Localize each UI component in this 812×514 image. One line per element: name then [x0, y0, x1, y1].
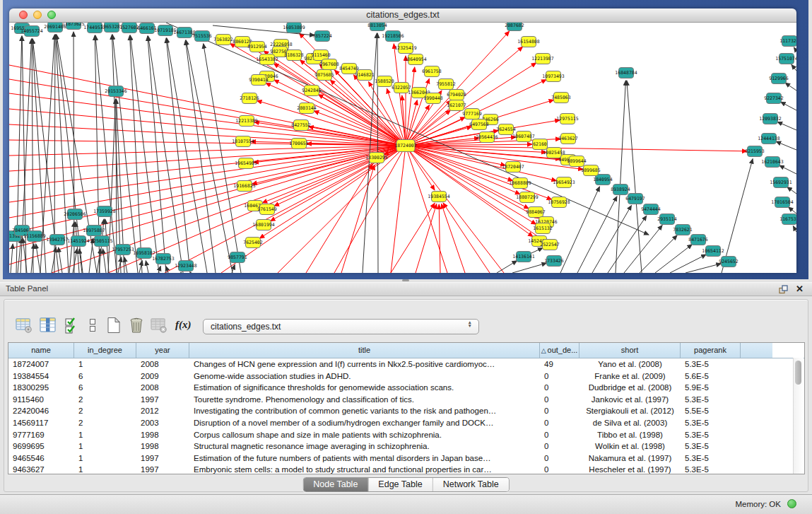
table-cell[interactable]: 5.6E-5 [681, 370, 741, 382]
graph-node[interactable]: 8938924 [611, 185, 630, 195]
graph-node[interactable]: 8427552 [291, 120, 310, 131]
graph-node[interactable]: 20153346 [105, 86, 126, 97]
graph-node[interactable]: 15751074 [775, 54, 796, 64]
column-header-name[interactable]: name [8, 343, 74, 358]
graph-node[interactable]: 62160 [533, 139, 548, 150]
table-cell[interactable]: Investigating the contribution of common… [189, 405, 540, 417]
graph-node[interactable]: 9129966 [769, 74, 788, 84]
table-cell[interactable]: 6 [74, 382, 136, 394]
table-selector-dropdown[interactable]: citations_edges.txt ▲▼ [203, 319, 479, 334]
table-cell[interactable]: 14569117 [8, 417, 74, 429]
table-cell[interactable]: Nakamura et al. (1997) [579, 452, 681, 465]
network-graph-canvas[interactable]: 1695572114055724206914061187362517449532… [9, 23, 796, 273]
table-cell[interactable]: Changes of HCN gene expression and I(f) … [189, 358, 540, 370]
table-cell[interactable]: 19384554 [8, 370, 74, 382]
table-cell[interactable]: 0 [540, 370, 579, 382]
graph-node[interactable]: 6794028 [447, 90, 466, 100]
graph-node[interactable]: 2087682 [505, 23, 524, 31]
table-cell[interactable]: Genome-wide association studies in ADHD. [189, 370, 540, 382]
graph-node[interactable]: 7485063 [551, 93, 570, 103]
table-row[interactable]: 911546021997Tourette syndrome. Phenomeno… [8, 394, 804, 406]
graph-node[interactable]: 15692931 [770, 177, 792, 188]
table-cell[interactable]: 1 [74, 358, 136, 370]
graph-node[interactable]: 17957253 [112, 245, 134, 255]
new-table-icon[interactable] [105, 317, 122, 334]
graph-node[interactable]: 10975887 [83, 226, 105, 236]
graph-node[interactable]: 13942757 [46, 235, 68, 245]
table-cell[interactable]: 1 [74, 452, 136, 465]
table-cell[interactable]: 1998 [136, 440, 189, 452]
graph-node[interactable]: 19384554 [428, 192, 449, 202]
column-header-year[interactable]: year [136, 343, 189, 358]
graph-node[interactable]: 9884067 [526, 207, 545, 218]
graph-node[interactable]: 16782753 [152, 254, 174, 264]
graph-node[interactable]: 2967608 [319, 59, 339, 70]
close-panel-icon[interactable]: ✕ [796, 283, 804, 296]
graph-node[interactable]: 8813054 [367, 23, 387, 31]
graph-node[interactable]: 16848784 [615, 68, 637, 78]
vertical-scrollbar[interactable] [793, 358, 804, 474]
memory-ok-indicator[interactable] [787, 499, 796, 508]
graph-node[interactable]: 1733426 [544, 256, 563, 267]
row-height-icon[interactable] [84, 317, 101, 334]
table-cell[interactable]: 5.3E-5 [681, 394, 741, 406]
table-cell[interactable]: Stergiakouli et al. (2012) [579, 405, 681, 417]
column-visibility-icon[interactable] [40, 317, 57, 334]
table-cell[interactable]: 1998 [136, 429, 189, 441]
graph-node[interactable]: 9899685 [581, 165, 600, 176]
graph-node[interactable]: 1700651 [289, 139, 308, 149]
function-builder-icon[interactable]: f(x) [175, 319, 192, 331]
table-cell[interactable]: 2003 [136, 417, 189, 429]
graph-node[interactable]: 12923448 [175, 261, 196, 271]
graph-node[interactable]: 8215953 [745, 146, 764, 157]
table-cell[interactable]: 9115460 [8, 394, 74, 406]
graph-node[interactable]: 2935114 [657, 214, 676, 225]
graph-node[interactable]: 16801994 [252, 220, 274, 230]
graph-node[interactable]: 2803144 [297, 103, 316, 114]
table-cell[interactable]: Yano et al. (2008) [579, 358, 681, 370]
graph-node[interactable]: 8471676 [688, 235, 707, 245]
graph-node[interactable]: 12213389 [235, 116, 257, 127]
table-cell[interactable]: 1 [74, 440, 136, 452]
graph-node[interactable]: 9463627 [558, 134, 577, 144]
table-cell[interactable]: 9777169 [8, 429, 74, 441]
graph-node[interactable]: 16154808 [517, 37, 539, 47]
float-panel-icon[interactable] [779, 285, 788, 294]
graph-node[interactable]: 9875685 [314, 70, 334, 81]
graph-node[interactable]: 17359928 [93, 206, 115, 217]
graph-node[interactable]: 6961758 [422, 66, 441, 77]
table-cell[interactable]: Structural magnetic resonance image aver… [189, 440, 540, 452]
graph-node[interactable]: 9857791 [228, 252, 247, 263]
table-cell[interactable]: Jankovic et al. (1997) [579, 394, 681, 406]
table-cell[interactable]: 2012 [136, 405, 189, 417]
graph-node[interactable]: 12325419 [394, 43, 416, 54]
table-cell[interactable]: 0 [540, 464, 579, 474]
table-cell[interactable]: 0 [540, 452, 579, 465]
graph-node[interactable]: 9390414 [249, 75, 268, 86]
table-row[interactable]: 1456911722003Disruption of a novel membe… [8, 417, 804, 429]
graph-node[interactable]: 9245652 [719, 257, 738, 267]
graph-node[interactable]: 20206506 [64, 209, 86, 220]
table-row[interactable]: 946362711997Embryonic stem cells: a mode… [8, 464, 804, 474]
table-cell[interactable]: 9699695 [8, 440, 74, 452]
column-header-pagerank[interactable]: pagerank [681, 343, 741, 358]
table-cell[interactable]: 0 [540, 405, 579, 417]
table-row[interactable]: 1872400712008Changes of HCN gene express… [8, 358, 804, 370]
table-cell[interactable]: 0 [540, 429, 579, 441]
graph-node[interactable]: 7832621 [673, 225, 692, 235]
tab-node-table[interactable]: Node Table [303, 478, 368, 491]
table-cell[interactable]: 49 [540, 358, 579, 370]
graph-node[interactable]: 9146821 [355, 70, 374, 81]
table-cell[interactable]: 22420046 [8, 405, 74, 417]
table-cell[interactable]: Corpus callosum shape and size in male p… [189, 429, 540, 441]
graph-node[interactable]: 8912954 [247, 42, 266, 52]
graph-node[interactable]: 2718126 [240, 93, 259, 104]
graph-node[interactable]: 1527602 [119, 23, 139, 33]
table-row[interactable]: 1938455462009Genome-wide association stu… [8, 370, 804, 382]
table-cell[interactable]: 0 [540, 382, 579, 394]
table-cell[interactable]: 5.3E-5 [681, 417, 741, 429]
graph-node[interactable]: 1621077 [447, 100, 466, 111]
graph-node[interactable]: 1990448 [423, 93, 442, 104]
graph-node[interactable]: 7515536 [192, 31, 211, 42]
graph-node[interactable]: 7857224 [312, 31, 331, 42]
